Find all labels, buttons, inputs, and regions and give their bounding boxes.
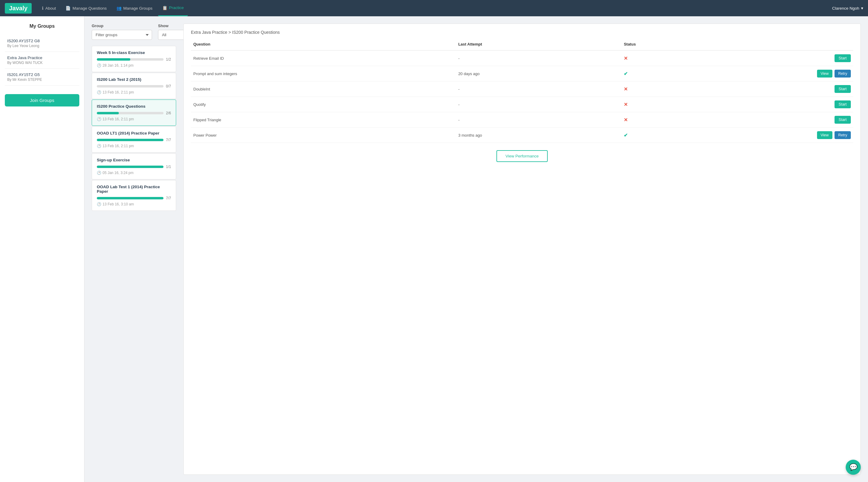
view-button-6[interactable]: View [817,131,832,139]
status-x-icon-3: ✕ [624,87,628,92]
assignment-title-5: Sign-up Exercise [97,158,171,162]
question-status-5: ✕ [621,112,720,128]
progress-text-5: 1/1 [166,165,171,169]
progress-row-2: 0/7 [97,84,171,88]
sidebar-item-group-2[interactable]: Extra Java Practice By WONG WAI TUCK [5,52,79,69]
question-name-5: Flipped Triangle [191,112,456,128]
question-name-6: Power Power [191,128,456,143]
progress-bar-fill-5 [97,165,163,168]
brand-logo[interactable]: Javaly [5,3,32,13]
assignment-date-3: 🕐 13 Feb 16, 2:11 pm [97,117,171,121]
progress-bar-fill-4 [97,139,163,141]
question-attempt-5: - [456,112,621,128]
group-filter-label: Group [92,24,152,28]
assignment-title-2: IS200 Lab Test 2 (2015) [97,77,171,82]
question-actions-2: View Retry [721,66,853,82]
question-name-2: Prompt and sum integers [191,66,456,82]
sidebar-item-group-3[interactable]: IS201 AY15T2 G5 By Mr Kevin STEPPE [5,69,79,86]
assignment-card-4[interactable]: OOAD LT1 (2014) Practice Paper 7/7 🕐 13 … [92,126,176,153]
nav-manage-groups-label: Manage Groups [123,6,153,10]
group-filter-select[interactable]: Filter groups [92,30,152,40]
question-attempt-2: 20 days ago [456,66,621,82]
status-x-icon-1: ✕ [624,56,628,61]
nav-practice[interactable]: 📋 Practice [158,0,188,16]
progress-bar-bg-4 [97,139,163,141]
progress-bar-bg-6 [97,197,163,200]
questions-panel: Extra Java Practice > IS200 Practice Que… [183,24,861,475]
nav-manage-questions[interactable]: 📄 Manage Questions [61,0,111,16]
assignment-card-6[interactable]: OOAD Lab Test 1 (2014) Practice Paper 7/… [92,180,176,211]
col-header-attempt: Last Attempt [456,39,621,50]
clock-icon-1: 🕐 [97,63,101,67]
clock-icon-6: 🕐 [97,202,101,206]
sidebar-item-group-1[interactable]: IS200 AY15T2 G8 By Lee Yeow Leong [5,35,79,52]
assignment-card-3[interactable]: IS200 Practice Questions 2/6 🕐 13 Feb 16… [92,99,176,126]
nav-manage-questions-label: Manage Questions [72,6,106,10]
manage-groups-icon: 👥 [116,6,122,10]
chat-icon: 💬 [849,463,858,471]
question-status-6: ✔ [621,128,720,143]
group-name-1: IS200 AY15T2 G8 [7,39,77,43]
view-performance-button[interactable]: View Performance [496,150,548,162]
sidebar-title: My Groups [5,24,79,29]
question-attempt-1: - [456,50,621,66]
progress-bar-fill-1 [97,58,130,61]
nav-items: ℹ About 📄 Manage Questions 👥 Manage Grou… [38,0,832,16]
questions-table: Question Last Attempt Status Retrieve Em… [191,39,853,143]
start-button-1[interactable]: Start [835,54,851,62]
assignment-card-1[interactable]: Week 5 In-class Exercise 1/2 🕐 28 Jan 16… [92,46,176,72]
assignment-card-5[interactable]: Sign-up Exercise 1/1 🕐 05 Jan 16, 3:24 p… [92,153,176,179]
status-check-icon-6: ✔ [624,133,628,138]
progress-bar-bg-1 [97,58,163,61]
assignment-title-4: OOAD LT1 (2014) Practice Paper [97,131,171,135]
progress-row-3: 2/6 [97,111,171,115]
group-by-2: By WONG WAI TUCK [7,61,77,65]
breadcrumb-assignment: IS200 Practice Questions [232,30,280,35]
question-actions-6: View Retry [721,128,853,143]
group-name-2: Extra Java Practice [7,56,77,60]
start-button-5[interactable]: Start [835,116,851,124]
assignment-date-5: 🕐 05 Jan 16, 3:24 pm [97,171,171,175]
user-menu[interactable]: Clarence Ngoh ▾ [832,6,863,10]
question-attempt-6: 3 months ago [456,128,621,143]
col-header-status: Status [621,39,720,50]
assignment-date-2: 🕐 13 Feb 16, 2:11 pm [97,90,171,94]
assignment-title-3: IS200 Practice Questions [97,104,171,109]
assignment-date-4: 🕐 13 Feb 16, 2:11 pm [97,144,171,148]
question-actions-3: Start [721,82,853,97]
col-header-question: Question [191,39,456,50]
question-actions-4: Start [721,97,853,112]
progress-row-5: 1/1 [97,165,171,169]
table-row: Prompt and sum integers 20 days ago ✔ Vi… [191,66,853,82]
progress-text-2: 0/7 [166,84,171,88]
assignment-date-6: 🕐 13 Feb 16, 3:10 am [97,202,171,206]
start-button-3[interactable]: Start [835,85,851,93]
nav-about[interactable]: ℹ About [38,0,60,16]
view-button-2[interactable]: View [817,70,832,78]
assignment-card-2[interactable]: IS200 Lab Test 2 (2015) 0/7 🕐 13 Feb 16,… [92,73,176,99]
table-row: DoubleInt - ✕ Start [191,82,853,97]
nav-manage-groups[interactable]: 👥 Manage Groups [112,0,157,16]
status-check-icon-2: ✔ [624,71,628,76]
table-row: Power Power 3 months ago ✔ View Retry [191,128,853,143]
breadcrumb-group: Extra Java Practice [191,30,227,35]
col-header-action [721,39,853,50]
progress-row-4: 7/7 [97,138,171,142]
question-name-1: Retrieve Email ID [191,50,456,66]
question-name-4: Quotify [191,97,456,112]
progress-bar-fill-6 [97,197,163,200]
question-attempt-4: - [456,97,621,112]
question-status-3: ✕ [621,82,720,97]
join-groups-button[interactable]: Join Groups [5,94,79,107]
status-x-icon-5: ✕ [624,117,628,122]
table-row: Quotify - ✕ Start [191,97,853,112]
assignment-date-1: 🕐 28 Jan 16, 1:14 pm [97,63,171,67]
user-dropdown-icon: ▾ [861,6,863,10]
nav-about-label: About [45,6,56,10]
retry-button-6[interactable]: Retry [835,131,851,139]
table-row: Retrieve Email ID - ✕ Start [191,50,853,66]
page-wrapper: My Groups IS200 AY15T2 G8 By Lee Yeow Le… [0,16,868,482]
retry-button-2[interactable]: Retry [835,70,851,78]
chat-fab-button[interactable]: 💬 [846,460,861,475]
start-button-4[interactable]: Start [835,100,851,108]
